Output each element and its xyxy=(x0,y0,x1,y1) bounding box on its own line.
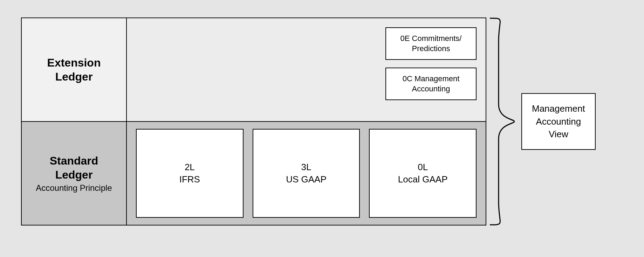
box-3l-line2: US GAAP xyxy=(286,173,327,186)
brace-column xyxy=(486,18,518,225)
standard-boxes: 2L IFRS 3L US GAAP 0L Local GAAP xyxy=(136,129,477,218)
standard-row: Standard Ledger Accounting Principle 2L … xyxy=(22,121,486,225)
box-0e-line2: Predictions xyxy=(412,44,450,53)
standard-title: Standard Ledger xyxy=(50,154,98,182)
mgmt-line1: Management xyxy=(532,103,585,114)
box-0l-line2: Local GAAP xyxy=(398,173,448,186)
box-0c-management-accounting: 0C Management Accounting xyxy=(385,68,477,100)
extension-row: Extension Ledger 0E Commitments/ Predict… xyxy=(22,18,486,121)
box-3l-line1: 3L xyxy=(301,161,311,173)
box-0e-commitments: 0E Commitments/ Predictions xyxy=(385,27,477,60)
extension-boxes: 0E Commitments/ Predictions 0C Managemen… xyxy=(385,27,477,100)
extension-title-line2: Ledger xyxy=(55,70,93,83)
box-3l-usgaap: 3L US GAAP xyxy=(253,129,360,218)
box-2l-ifrs: 2L IFRS xyxy=(136,129,244,218)
box-0l-line1: 0L xyxy=(418,161,428,173)
box-0l-localgaap: 0L Local GAAP xyxy=(369,129,477,218)
extension-title-line1: Extension xyxy=(47,56,101,69)
standard-label-cell: Standard Ledger Accounting Principle xyxy=(22,122,127,225)
diagram-canvas: Extension Ledger 0E Commitments/ Predict… xyxy=(0,0,644,257)
extension-content-cell: 0E Commitments/ Predictions 0C Managemen… xyxy=(127,18,486,121)
extension-title: Extension Ledger xyxy=(47,56,101,84)
standard-title-line2: Ledger xyxy=(55,168,93,181)
box-2l-line1: 2L xyxy=(185,161,195,173)
box-2l-line2: IFRS xyxy=(179,173,200,186)
ledger-table: Extension Ledger 0E Commitments/ Predict… xyxy=(21,18,486,225)
standard-content-cell: 2L IFRS 3L US GAAP 0L Local GAAP xyxy=(127,122,486,225)
main-row: Extension Ledger 0E Commitments/ Predict… xyxy=(21,18,623,225)
mgmt-column: Management Accounting View xyxy=(518,18,623,225)
curly-brace-icon xyxy=(486,18,518,225)
box-0c-line2: Accounting xyxy=(412,84,450,93)
mgmt-line2: Accounting xyxy=(536,116,581,127)
box-0e-line1: 0E Commitments/ xyxy=(400,34,462,43)
box-0c-line1: 0C Management xyxy=(403,74,460,83)
management-accounting-view-box: Management Accounting View xyxy=(521,93,596,150)
standard-title-line1: Standard xyxy=(50,154,98,167)
standard-subtitle: Accounting Principle xyxy=(36,183,112,193)
extension-label-cell: Extension Ledger xyxy=(22,18,127,121)
mgmt-line3: View xyxy=(549,129,568,139)
